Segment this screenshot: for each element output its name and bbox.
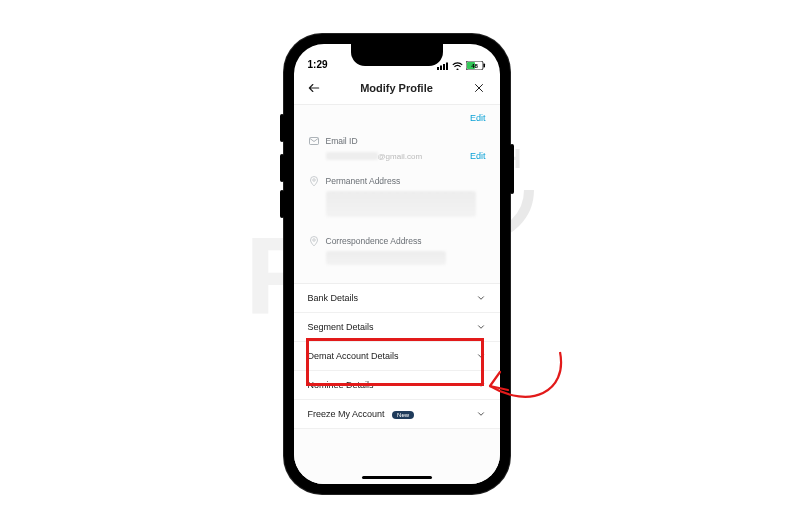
accordion-label: Bank Details: [308, 293, 359, 303]
accordion-freeze-account[interactable]: Freeze My Account New: [294, 400, 500, 429]
permanent-address-label: Permanent Address: [326, 176, 401, 186]
svg-point-14: [312, 179, 315, 182]
page-header: Modify Profile: [294, 72, 500, 105]
phone-frame: 1:29 48 Modify Profile: [284, 34, 510, 494]
location-icon: [308, 235, 320, 247]
back-arrow-icon: [307, 81, 321, 95]
accordion-segment-details[interactable]: Segment Details: [294, 313, 500, 342]
chevron-down-icon: [476, 409, 486, 419]
email-label: Email ID: [326, 136, 358, 146]
accordion-demat-details[interactable]: Demat Account Details: [294, 342, 500, 371]
wifi-icon: [452, 62, 463, 70]
svg-rect-10: [483, 64, 485, 68]
permanent-address-value-blur: [326, 191, 476, 217]
accordion-nominee-details[interactable]: Nominee Details: [294, 371, 500, 400]
back-button[interactable]: [306, 80, 322, 96]
email-value-blur: [326, 152, 378, 160]
close-button[interactable]: [471, 80, 487, 96]
svg-rect-8: [446, 62, 448, 70]
accordion-list: Bank Details Segment Details Demat Accou…: [294, 283, 500, 429]
svg-rect-6: [440, 65, 442, 70]
location-icon: [308, 175, 320, 187]
top-edit-link[interactable]: Edit: [470, 113, 486, 123]
phone-screen: 1:29 48 Modify Profile: [294, 44, 500, 484]
permanent-address-field: Permanent Address: [308, 175, 486, 217]
new-badge: New: [392, 411, 414, 419]
svg-point-15: [312, 239, 315, 242]
chevron-down-icon: [476, 322, 486, 332]
email-domain: @gmail.com: [378, 152, 423, 161]
email-field: Email ID @gmail.com Edit: [308, 135, 486, 161]
home-indicator: [362, 476, 432, 479]
close-icon: [473, 82, 485, 94]
profile-content: Edit Email ID @gmail.com Edit: [294, 105, 500, 484]
accordion-label: Nominee Details: [308, 380, 374, 390]
chevron-down-icon: [476, 380, 486, 390]
svg-rect-7: [443, 64, 445, 70]
accordion-label: Segment Details: [308, 322, 374, 332]
chevron-down-icon: [476, 293, 486, 303]
accordion-label: Demat Account Details: [308, 351, 399, 361]
svg-text:48: 48: [471, 63, 478, 69]
svg-rect-5: [437, 67, 439, 70]
battery-icon: 48: [466, 61, 486, 70]
accordion-bank-details[interactable]: Bank Details: [294, 284, 500, 313]
phone-notch: [351, 44, 443, 66]
correspondence-address-label: Correspondence Address: [326, 236, 422, 246]
status-time: 1:29: [308, 59, 328, 70]
signal-icon: [437, 62, 449, 70]
page-title: Modify Profile: [360, 82, 433, 94]
accordion-label: Freeze My Account: [308, 409, 385, 419]
correspondence-address-value-blur: [326, 251, 446, 265]
correspondence-address-field: Correspondence Address: [308, 235, 486, 265]
email-edit-link[interactable]: Edit: [470, 151, 486, 161]
chevron-down-icon: [476, 351, 486, 361]
email-icon: [308, 135, 320, 147]
